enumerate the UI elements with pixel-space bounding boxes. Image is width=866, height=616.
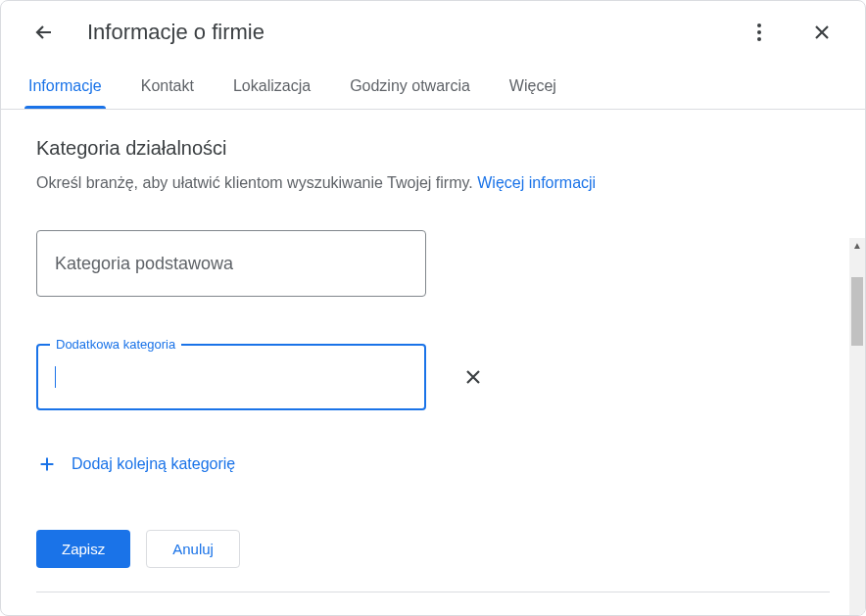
- dialog-title: Informacje o firmie: [87, 20, 716, 45]
- cancel-button[interactable]: Anuluj: [146, 530, 240, 568]
- save-button[interactable]: Zapisz: [36, 530, 130, 568]
- more-vert-icon: [747, 21, 771, 44]
- close-icon: [461, 365, 485, 389]
- more-menu-button[interactable]: [740, 13, 779, 52]
- add-category-button[interactable]: Dodaj kolejną kategorię: [36, 450, 235, 479]
- close-icon: [810, 21, 834, 44]
- remove-category-button[interactable]: [454, 357, 493, 397]
- close-button[interactable]: [802, 13, 842, 52]
- secondary-category-field[interactable]: Dodatkowa kategoria: [36, 344, 426, 410]
- scrollbar[interactable]: ▲: [848, 238, 865, 615]
- arrow-left-icon: [32, 21, 56, 44]
- svg-point-2: [757, 37, 761, 41]
- tab-informacje[interactable]: Informacje: [24, 64, 106, 109]
- tab-godziny-otwarcia[interactable]: Godziny otwarcia: [334, 64, 486, 109]
- section-title: Kategoria działalności: [36, 137, 830, 160]
- svg-point-1: [757, 30, 761, 34]
- tab-wiecej[interactable]: Więcej: [494, 64, 572, 109]
- action-buttons: Zapisz Anuluj: [36, 530, 830, 568]
- tabs-bar: Informacje Kontakt Lokalizacja Godziny o…: [1, 64, 865, 110]
- more-info-link[interactable]: Więcej informacji: [477, 174, 596, 191]
- tab-lokalizacja[interactable]: Lokalizacja: [217, 64, 326, 109]
- secondary-category-label: Dodatkowa kategoria: [50, 337, 181, 352]
- business-info-dialog: Informacje o firmie Informacje Kontakt L…: [0, 0, 866, 616]
- scroll-up-arrow[interactable]: ▲: [852, 240, 862, 250]
- section-description: Określ branżę, aby ułatwić klientom wysz…: [36, 171, 830, 195]
- scroll-thumb[interactable]: [851, 277, 863, 346]
- primary-category-field[interactable]: [36, 230, 426, 297]
- content-scroll-area: Kategoria działalności Określ branżę, ab…: [1, 110, 865, 615]
- divider: [36, 592, 830, 592]
- tab-kontakt[interactable]: Kontakt: [125, 64, 210, 109]
- back-button[interactable]: [24, 13, 64, 52]
- primary-category-input[interactable]: [55, 254, 408, 274]
- dialog-header: Informacje o firmie: [1, 1, 865, 64]
- plus-icon: [36, 453, 58, 475]
- svg-point-0: [757, 24, 761, 27]
